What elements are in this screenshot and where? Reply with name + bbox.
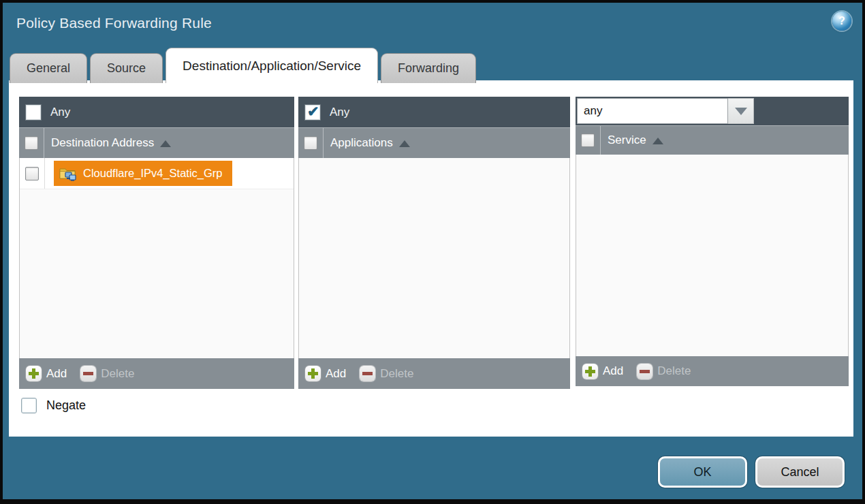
service-mode-dropdown[interactable]: any <box>577 98 754 124</box>
service-list <box>576 155 849 356</box>
applications-any-label: Any <box>330 106 349 119</box>
negate-row: Negate <box>21 398 86 413</box>
plus-icon <box>305 366 321 381</box>
selected-address-group[interactable]: Cloudflare_IPv4_Static_Grp <box>54 161 232 186</box>
applications-header: Applications <box>298 127 570 158</box>
tab-content-panel: Any Destination Address <box>9 80 853 437</box>
delete-button[interactable]: Delete <box>637 364 691 379</box>
service-mode-value[interactable]: any <box>577 98 728 124</box>
sort-asc-icon[interactable] <box>160 140 171 147</box>
applications-header-label[interactable]: Applications <box>330 136 393 150</box>
service-column: any Service Add <box>576 97 849 386</box>
applications-column: Any Applications Add Delete <box>298 97 570 389</box>
sort-asc-icon[interactable] <box>652 138 663 144</box>
negate-checkbox[interactable] <box>21 398 37 413</box>
plus-icon <box>582 364 598 379</box>
dialog-frame: Policy Based Forwarding Rule ? General S… <box>3 3 862 499</box>
add-button[interactable]: Add <box>582 364 623 379</box>
chevron-down-icon <box>735 108 747 115</box>
address-group-name: Cloudflare_IPv4_Static_Grp <box>83 167 223 180</box>
tab-destination-application-service[interactable]: Destination/Application/Service <box>166 48 378 83</box>
service-mode-bar: any <box>576 97 849 125</box>
applications-footer: Add Delete <box>298 358 570 389</box>
applications-select-all-checkbox[interactable] <box>304 136 317 150</box>
cancel-button[interactable]: Cancel <box>755 456 845 488</box>
destination-header-label[interactable]: Destination Address <box>51 136 154 150</box>
minus-icon <box>80 366 96 381</box>
add-button[interactable]: Add <box>305 366 346 381</box>
row-checkbox[interactable] <box>25 167 39 180</box>
dropdown-button[interactable] <box>728 98 754 124</box>
destination-list: Cloudflare_IPv4_Static_Grp <box>19 158 294 358</box>
applications-any-bar: Any <box>298 97 570 127</box>
sort-asc-icon[interactable] <box>399 140 410 147</box>
delete-button[interactable]: Delete <box>80 366 134 381</box>
minus-icon <box>360 366 375 381</box>
tab-bar: General Source Destination/Application/S… <box>10 48 476 83</box>
dialog-title: Policy Based Forwarding Rule <box>16 15 212 31</box>
destination-select-all-checkbox[interactable] <box>25 136 38 150</box>
applications-list <box>298 158 570 358</box>
tab-source[interactable]: Source <box>90 53 163 83</box>
service-header: Service <box>576 125 849 155</box>
destination-column: Any Destination Address <box>19 97 294 389</box>
add-button[interactable]: Add <box>26 366 67 381</box>
destination-address-header: Destination Address <box>19 127 294 158</box>
destination-any-checkbox[interactable] <box>26 105 41 120</box>
service-footer: Add Delete <box>576 356 849 386</box>
ok-button[interactable]: OK <box>658 456 747 488</box>
destination-footer: Add Delete <box>19 358 294 389</box>
address-group-icon <box>59 166 77 181</box>
destination-any-label: Any <box>50 106 70 119</box>
negate-label: Negate <box>46 398 86 413</box>
table-row[interactable]: Cloudflare_IPv4_Static_Grp <box>20 158 294 189</box>
tab-forwarding[interactable]: Forwarding <box>381 53 476 83</box>
delete-button[interactable]: Delete <box>360 366 413 381</box>
help-icon[interactable]: ? <box>832 12 851 31</box>
minus-icon <box>637 364 652 379</box>
plus-icon <box>26 366 42 381</box>
service-header-label[interactable]: Service <box>608 133 646 147</box>
tab-general[interactable]: General <box>10 53 87 83</box>
destination-any-bar: Any <box>19 97 294 127</box>
applications-any-checkbox[interactable] <box>305 105 320 120</box>
service-select-all-checkbox[interactable] <box>581 133 595 147</box>
help-glyph: ? <box>838 15 845 27</box>
